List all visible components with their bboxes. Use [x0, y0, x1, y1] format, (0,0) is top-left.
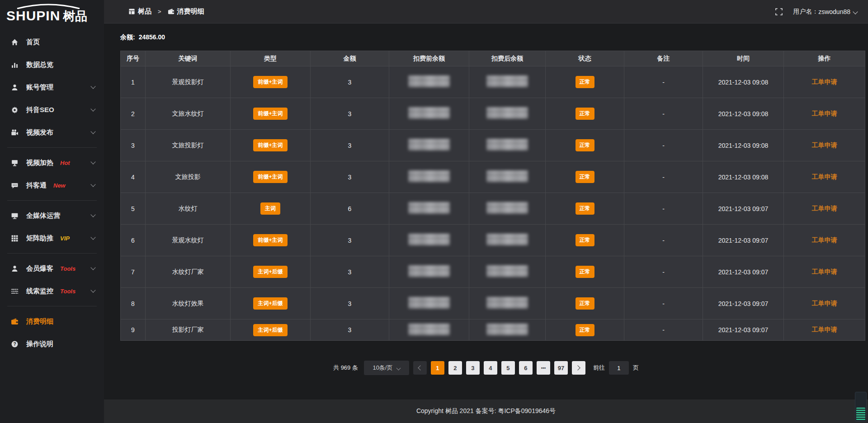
sidebar-item-consumption-detail[interactable]: 消费明细 [0, 310, 104, 333]
sidebar-item-badge: Tools [60, 288, 75, 295]
chevron-down-icon [396, 366, 401, 370]
sidebar-item-member-baoke[interactable]: 会员爆客Tools [0, 257, 104, 280]
work-order-link[interactable]: 工单申请 [812, 326, 837, 333]
status-badge: 正常 [576, 266, 594, 278]
redacted-balance [408, 324, 450, 335]
page-button-4[interactable]: 4 [484, 361, 497, 375]
sidebar-item-label: 数据总览 [26, 61, 53, 69]
sidebar-item-matrix-boost[interactable]: 矩阵助推VIP [0, 227, 104, 249]
sidebar-item-home[interactable]: 首页 [0, 31, 104, 53]
breadcrumb-item-home[interactable]: 树品 [128, 7, 151, 16]
sidebar-item-label: 抖客通 [26, 181, 47, 190]
logo[interactable]: SHUPIN 树品 [0, 0, 104, 28]
username-label: 用户名： [793, 8, 818, 16]
sidebar-item-media-operation[interactable]: 全媒体运营 [0, 204, 104, 227]
sidebar-item-douyin-seo[interactable]: 抖音SEO [0, 99, 104, 121]
sidebar-item-clue-monitor[interactable]: 线索监控Tools [0, 280, 104, 302]
cell-status: 正常 [546, 66, 624, 98]
pagination: 共 969 条10条/页123456•••97前往1页 [104, 361, 868, 375]
redacted-balance [408, 170, 450, 182]
cell-action: 工单申请 [784, 130, 865, 161]
cell-remark: - [624, 225, 703, 256]
sidebar-item-label: 账号管理 [26, 83, 53, 92]
redacted-balance [408, 107, 450, 119]
table-row: 2文旅水纹灯前缀+主词3正常-2021-12-03 09:08工单申请 [121, 98, 865, 130]
column-header-time: 时间 [703, 51, 784, 66]
status-badge: 正常 [576, 76, 594, 88]
status-badge: 正常 [576, 202, 594, 215]
column-header-type: 类型 [231, 51, 311, 66]
breadcrumb-separator: > [158, 8, 161, 15]
page-button-6[interactable]: 6 [519, 361, 533, 375]
cell-keyword: 文旅水纹灯 [146, 98, 231, 130]
chevron-down-icon [90, 287, 95, 292]
cell-index: 8 [121, 288, 146, 320]
cell-index: 9 [121, 320, 146, 341]
prev-page-button[interactable] [413, 361, 427, 375]
chevron-down-icon [90, 106, 95, 111]
user-icon [11, 265, 19, 273]
page-size-select[interactable]: 10条/页 [364, 361, 409, 375]
page-button-97[interactable]: 97 [554, 361, 568, 375]
redacted-balance [486, 107, 528, 119]
cell-time: 2021-12-03 09:07 [703, 225, 784, 256]
cell-type: 主词+后缀 [231, 256, 311, 288]
work-order-link[interactable]: 工单申请 [812, 205, 837, 212]
page-ellipsis-button[interactable]: ••• [537, 361, 550, 375]
floating-widget[interactable] [855, 392, 867, 422]
sidebar-item-label: 视频加热 [26, 159, 53, 167]
sidebar-item-data-overview[interactable]: 数据总览 [0, 53, 104, 76]
sidebar-item-douketong[interactable]: 抖客通New [0, 174, 104, 197]
cell-remark: - [624, 161, 703, 193]
sidebar-item-label: 抖音SEO [26, 106, 54, 114]
logo-text-zh: 树品 [63, 8, 87, 24]
grid-icon [11, 235, 19, 242]
breadcrumb-label: 消费明细 [177, 7, 204, 16]
work-order-link[interactable]: 工单申请 [812, 173, 837, 180]
work-order-link[interactable]: 工单申请 [812, 110, 837, 117]
balance: 余额:24856.00 [120, 33, 868, 42]
work-order-link[interactable]: 工单申请 [812, 300, 837, 307]
cell-type: 主词 [231, 193, 311, 225]
status-badge: 正常 [576, 108, 594, 120]
cell-type: 主词+后缀 [231, 320, 311, 341]
cell-balance_before [389, 225, 469, 256]
table-row: 1景观投影灯前缀+主词3正常-2021-12-03 09:08工单申请 [121, 66, 865, 98]
sidebar-item-video-heat[interactable]: 视频加热Hot [0, 151, 104, 174]
work-order-link[interactable]: 工单申请 [812, 268, 837, 275]
fullscreen-button[interactable] [775, 8, 783, 16]
work-order-link[interactable]: 工单申请 [812, 78, 837, 85]
status-badge: 正常 [576, 297, 594, 310]
sidebar-item-badge: Tools [60, 265, 75, 272]
sidebar-item-label: 矩阵助推 [26, 234, 53, 243]
monitor-icon [11, 212, 19, 220]
cell-balance_before [389, 256, 469, 288]
page-button-5[interactable]: 5 [501, 361, 515, 375]
page-button-3[interactable]: 3 [466, 361, 480, 375]
cell-remark: - [624, 66, 703, 98]
chevron-down-icon [90, 129, 95, 134]
sidebar-item-operation-guide[interactable]: ?操作说明 [0, 333, 104, 355]
cell-action: 工单申请 [784, 288, 865, 320]
work-order-link[interactable]: 工单申请 [812, 236, 837, 244]
type-badge: 主词+后缀 [253, 297, 287, 310]
wallet-icon [168, 8, 175, 15]
page-button-2[interactable]: 2 [448, 361, 462, 375]
page-button-1[interactable]: 1 [431, 361, 444, 375]
cell-time: 2021-12-03 09:07 [703, 256, 784, 288]
cell-balance_before [389, 320, 469, 341]
sliders-icon [11, 287, 19, 295]
sidebar-item-account-management[interactable]: 账号管理 [0, 76, 104, 99]
goto-page-input[interactable]: 1 [609, 361, 629, 375]
next-page-button[interactable] [572, 361, 585, 375]
user-menu[interactable]: 用户名： zswodun88 [793, 8, 857, 16]
cell-balance_after [469, 161, 546, 193]
column-header-balance_after: 扣费后余额 [469, 51, 546, 66]
status-badge: 正常 [576, 171, 594, 183]
type-badge: 前缀+主词 [253, 171, 287, 183]
sidebar-divider [7, 306, 97, 306]
sidebar-item-video-publish[interactable]: 视频发布 [0, 121, 104, 144]
work-order-link[interactable]: 工单申请 [812, 141, 837, 149]
breadcrumb-item-current[interactable]: 消费明细 [168, 7, 204, 16]
redacted-balance [408, 297, 450, 309]
